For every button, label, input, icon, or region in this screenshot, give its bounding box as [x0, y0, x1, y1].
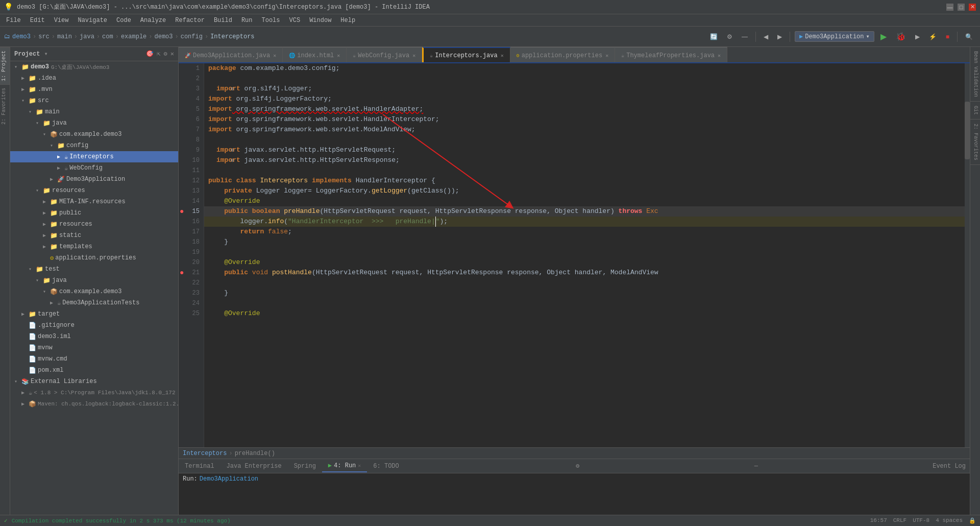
tree-item-templates[interactable]: ▶📁templates	[10, 241, 178, 252]
breadcrumb-status-method[interactable]: preHandle()	[235, 450, 275, 457]
tab-close-index[interactable]: ✕	[337, 53, 340, 59]
tree-item-mvn[interactable]: ▶📁.mvn	[10, 84, 178, 95]
tree-item-idea[interactable]: ▶📁.idea	[10, 73, 178, 84]
tree-item-meta-inf[interactable]: ▶📁META-INF.resources	[10, 196, 178, 207]
menu-analyze[interactable]: Analyze	[136, 16, 170, 25]
menu-code[interactable]: Code	[112, 16, 135, 25]
sync-button[interactable]: 🔄	[707, 32, 721, 42]
tree-item-webconfig[interactable]: ▶☕WebConfig	[10, 162, 178, 174]
status-encoding[interactable]: UTF-8	[913, 517, 929, 524]
menu-edit[interactable]: Edit	[26, 16, 49, 25]
menu-file[interactable]: File	[2, 16, 25, 25]
tree-item-mvnw-cmd[interactable]: ▶📄mvnw.cmd	[10, 353, 178, 365]
tree-item-appprops[interactable]: ▶⚙application.properties	[10, 252, 178, 264]
tree-item-test-java[interactable]: ▾📁java	[10, 275, 178, 286]
tree-item-target[interactable]: ▶📁target	[10, 308, 178, 320]
menu-view[interactable]: View	[50, 16, 73, 25]
tree-item-gitignore[interactable]: ▶📄.gitignore	[10, 320, 178, 331]
side-tab-right-favorites[interactable]: 2: Favorites	[970, 119, 980, 165]
breadcrumb-example[interactable]: example	[121, 33, 146, 40]
side-tab-1-project[interactable]: 1: Project	[0, 47, 10, 84]
status-indent[interactable]: 4 spaces	[936, 517, 963, 524]
tree-item-iml[interactable]: ▶📄demo3.iml	[10, 331, 178, 342]
bottom-panel-minimize[interactable]: —	[750, 463, 762, 470]
status-position[interactable]: 16:57	[870, 517, 887, 524]
forward-button[interactable]: ▶	[774, 32, 785, 42]
tree-item-config[interactable]: ▾📁config	[10, 140, 178, 151]
tree-item-static[interactable]: ▶📁static	[10, 230, 178, 241]
tab-thymeleaf[interactable]: ☕ ThymeleafProperties.java ✕	[615, 47, 727, 62]
breadcrumb-status-interceptors[interactable]: Interceptors	[183, 450, 227, 457]
coverage-button[interactable]: ▶	[912, 32, 923, 42]
menu-build[interactable]: Build	[210, 16, 236, 25]
tab-index[interactable]: 🌐 index.html ✕	[283, 47, 347, 62]
bottom-tab-todo[interactable]: 6: TODO	[367, 461, 405, 472]
menu-help[interactable]: Help	[336, 16, 359, 25]
bottom-tab-spring[interactable]: Spring	[288, 461, 322, 472]
status-line-ending[interactable]: CRLF	[893, 517, 906, 524]
tree-item-resources[interactable]: ▾📁resources	[10, 185, 178, 196]
tree-item-package[interactable]: ▾📦com.example.demo3	[10, 129, 178, 140]
close-button[interactable]: ✕	[969, 4, 976, 11]
tab-close-demo3app[interactable]: ✕	[273, 53, 276, 59]
code-content[interactable]: package com.example.demo3.config; ⊙ impo…	[204, 63, 965, 447]
dropdown-icon[interactable]: ▾	[44, 50, 47, 58]
breadcrumb-interceptors[interactable]: Interceptors	[210, 33, 254, 40]
menu-run[interactable]: Run	[237, 16, 257, 25]
settings-button[interactable]: ⚙	[724, 32, 736, 42]
menu-window[interactable]: Window	[305, 16, 335, 25]
tree-item-test-app[interactable]: ▶☕Demo3ApplicationTests	[10, 297, 178, 308]
event-log-button[interactable]: Event Log	[928, 463, 970, 470]
tree-item-test-package[interactable]: ▾📦com.example.demo3	[10, 286, 178, 297]
tree-item-resources2[interactable]: ▶📁resources	[10, 219, 178, 230]
collapse-all-icon[interactable]: ⇱	[157, 50, 160, 58]
settings-icon[interactable]: ⚙	[164, 50, 167, 58]
close-panel-icon[interactable]: ✕	[170, 50, 174, 58]
search-everywhere-button[interactable]: 🔍	[962, 32, 976, 42]
locate-icon[interactable]: 🎯	[146, 50, 154, 58]
tab-appprops[interactable]: ⚙ application.properties ✕	[510, 47, 616, 62]
breadcrumb-config[interactable]: config	[181, 33, 203, 40]
profile-button[interactable]: ⚡	[926, 32, 940, 42]
breadcrumb-com[interactable]: com	[102, 33, 113, 40]
breadcrumb-src[interactable]: src	[38, 33, 50, 40]
side-tab-right-git[interactable]: Git	[970, 102, 980, 119]
side-tab-right-bean[interactable]: Bean Validation	[970, 47, 980, 102]
menu-refactor[interactable]: Refactor	[171, 16, 209, 25]
tab-close-thymeleaf[interactable]: ✕	[718, 53, 721, 59]
bottom-tab-terminal[interactable]: Terminal	[179, 461, 220, 472]
bottom-tab-java-enterprise[interactable]: Java Enterprise	[220, 461, 288, 472]
tree-item-demo3app[interactable]: ▶🚀Demo3Application	[10, 174, 178, 185]
run-config-selector[interactable]: ▶ Demo3Application ▾	[795, 31, 874, 42]
tab-close-webconfig[interactable]: ✕	[412, 53, 415, 59]
tree-item-interceptors[interactable]: ▶☕Interceptors	[10, 151, 178, 162]
maximize-button[interactable]: □	[958, 4, 965, 11]
project-name[interactable]: demo3	[12, 33, 31, 40]
menu-vcs[interactable]: VCS	[285, 16, 305, 25]
tree-item-java[interactable]: ▾📁java	[10, 117, 178, 129]
tree-item-jdk[interactable]: ▶☕< 1.8 > C:\Program Files\Java\jdk1.8.0…	[10, 387, 178, 398]
breadcrumb-main[interactable]: main	[57, 33, 72, 40]
tab-close-appprops[interactable]: ✕	[605, 53, 608, 59]
back-button[interactable]: ◀	[761, 32, 771, 42]
tab-close-interceptors[interactable]: ✕	[501, 53, 504, 59]
bottom-panel-settings[interactable]: ⚙	[572, 462, 583, 470]
run-tab-close[interactable]: ✕	[358, 463, 361, 469]
tree-item-test[interactable]: ▾📁test	[10, 264, 178, 275]
tab-webconfig[interactable]: ☕ WebConfig.java ✕	[347, 47, 422, 62]
debug-button[interactable]: 🐞	[893, 30, 909, 43]
tab-demo3app[interactable]: 🚀 Demo3Application.java ✕	[179, 47, 283, 62]
tree-item-demo3[interactable]: ▾📁demo3 G:\桌面\JAVA\demo3	[10, 61, 178, 73]
breadcrumb-java[interactable]: java	[80, 33, 94, 40]
collapse-button[interactable]: —	[739, 32, 751, 42]
tree-item-mvnw[interactable]: ▶📄mvnw	[10, 342, 178, 353]
tree-item-src[interactable]: ▾📁src	[10, 95, 178, 106]
tree-item-pom[interactable]: ▶📄pom.xml	[10, 365, 178, 376]
minimize-button[interactable]: —	[946, 4, 953, 11]
tree-item-main[interactable]: ▾📁main	[10, 106, 178, 117]
run-button[interactable]: ▶	[877, 30, 890, 43]
side-tab-2-favorites[interactable]: 2: Favorites	[0, 84, 10, 128]
bottom-tab-run[interactable]: ▶ 4: Run ✕	[322, 460, 367, 472]
tree-item-public[interactable]: ▶📁public	[10, 207, 178, 219]
stop-button[interactable]: ■	[943, 32, 952, 42]
